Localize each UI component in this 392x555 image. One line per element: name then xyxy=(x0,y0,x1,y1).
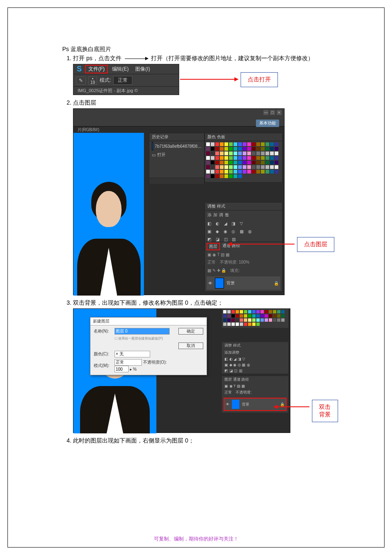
tab-layers[interactable]: 图层 xyxy=(207,243,220,250)
eye-icon[interactable]: 👁 xyxy=(208,281,212,286)
history-title: 历史记录 xyxy=(149,133,204,141)
photo-portrait xyxy=(73,182,144,296)
workspace-switch[interactable]: 基本功能 xyxy=(256,120,279,127)
mode-select[interactable] xyxy=(114,359,142,366)
opacity-label: 不透明度(O): xyxy=(143,360,167,364)
history-open: 打开 xyxy=(157,152,166,158)
arrow-icon xyxy=(125,59,148,59)
ps-logo-icon: S xyxy=(75,65,83,73)
step1-a: 打开 ps，点击文件 xyxy=(73,55,122,61)
step-3: 双击背景，出现如下画面，修改名称为图层 0，点击确定； 新建图层 名称(N): xyxy=(73,299,338,433)
brush-icon[interactable]: ✎ xyxy=(76,76,86,85)
callout-layers: 点击图层 xyxy=(297,237,334,252)
swatches-panel xyxy=(222,309,288,328)
fill-label: 填充: xyxy=(230,268,240,273)
swatches-panel[interactable]: 颜色 色板 xyxy=(205,133,282,183)
figure-2-workspace: —□× 基本功能 片(RGB/8#) 历史记录 7b71f63a8efb6487… xyxy=(73,108,285,295)
step-4: 此时的图层出现如下画面，右侧显示为图层 0； xyxy=(73,437,338,445)
arrow-icon xyxy=(180,79,238,80)
mode-label: 模式: xyxy=(100,77,111,84)
history-panel[interactable]: 历史记录 7b71f63a8efb64878f08… ▭打开 xyxy=(149,133,205,183)
new-layer-dialog[interactable]: 新建图层 名称(N): 确定 ☐ 使用前一图层创建剪贴蒙版(P) 取消 颜色(C… xyxy=(90,317,207,375)
adjust-tabs: 调整 样式 xyxy=(205,203,282,210)
opacity-label: 不透明度: xyxy=(220,260,238,264)
cancel-button[interactable]: 取消 xyxy=(178,342,203,349)
opacity-value[interactable]: 100% xyxy=(239,260,250,264)
arrow-icon xyxy=(274,406,309,407)
layer-background[interactable]: 👁 背景 🔒 xyxy=(224,398,287,411)
dialog-title: 新建图层 xyxy=(90,318,207,325)
step3-text: 双击背景，出现如下画面，修改名称为图层 0，点击确定； xyxy=(73,299,223,306)
ok-button[interactable]: 确定 xyxy=(178,328,203,335)
callout-open: 点击打开 xyxy=(241,72,278,87)
adjust-icons-row: ◧ ◐ ◢ ◨ ▽ xyxy=(205,220,282,227)
adjustments-panel: 调整 样式 添加调整 ◧ ◐ ◢ ◨ ▽ ▣ ◆ ◉ ◎ ▦ ◍ ◩ ◪ ◫ ▥ xyxy=(222,342,288,374)
figure-3-dialog: 新建图层 名称(N): 确定 ☐ 使用前一图层创建剪贴蒙版(P) 取消 颜色(C… xyxy=(73,308,290,433)
doc-title: Ps 蓝底换白底照片 xyxy=(62,46,338,53)
clip-checkbox-label: ☐ 使用前一图层创建剪贴蒙版(P) xyxy=(114,336,203,341)
name-input[interactable] xyxy=(114,328,170,335)
brush-size[interactable]: •19 xyxy=(88,76,97,85)
adjust-tabs: 调整 样式 xyxy=(222,342,288,349)
footer-note: 可复制、编制，期待你的好评与关注！ xyxy=(0,535,392,543)
eye-icon[interactable]: 👁 xyxy=(226,402,229,406)
color-select[interactable] xyxy=(114,351,150,357)
doc-tab[interactable]: IMG_0025证件照 - 副本.jpg © xyxy=(73,87,179,95)
step1-b: 打开（打开需要修改的图片地址，建议复制一个副本方便修改） xyxy=(151,55,314,61)
layer-name: 背景 xyxy=(226,280,235,286)
name-label: 名称(N): xyxy=(94,328,112,334)
layers-panel[interactable]: 图层 通道 路径 ▣ ◉ T ▧ ▦ 正常 不透明度: 100% ▦ ✎ ✚ 🔒… xyxy=(205,242,282,292)
blend-mode[interactable]: 正常 xyxy=(207,260,216,264)
arrow-icon xyxy=(228,244,295,244)
mode-value[interactable]: 正常 xyxy=(113,76,132,85)
adjust-sub: 添加调整 xyxy=(222,349,288,356)
callout-dblclick: 双击背景 xyxy=(312,400,338,422)
menu-file[interactable]: 文件(F) xyxy=(85,65,108,73)
swatches-tabs: 颜色 色板 xyxy=(205,133,282,141)
lock-icon: 🔒 xyxy=(274,281,279,286)
color-label: 颜色(C): xyxy=(94,351,112,357)
mode-label: 模式(M): xyxy=(94,363,112,369)
step-1: 打开 ps，点击文件 打开（打开需要修改的图片地址，建议复制一个副本方便修改） … xyxy=(73,55,338,95)
menu-edit[interactable]: 编辑(E) xyxy=(110,66,131,73)
adjust-icons-row: ▣ ◆ ◉ ◎ ▦ ◍ xyxy=(205,227,282,235)
layers-tabs: 图层 通道 路径 xyxy=(222,376,288,383)
menu-image[interactable]: 图像(I) xyxy=(133,66,152,73)
opacity-input[interactable] xyxy=(114,366,129,372)
adjust-sub: 添加调整 xyxy=(205,210,282,220)
history-file: 7b71f63a8efb64878f08… xyxy=(155,144,202,149)
figure-1-menubar: S 文件(F) 编辑(E) 图像(I) ✎ •19 模式: 正常 IMG_002… xyxy=(73,64,179,95)
step4-text: 此时的图层出现如下画面，右侧显示为图层 0； xyxy=(73,437,194,444)
step-2: 点击图层 —□× 基本功能 片(RGB/8#) 历史记录 xyxy=(73,99,338,295)
adjustments-panel[interactable]: 调整 样式 添加调整 ◧ ◐ ◢ ◨ ▽ ▣ ◆ ◉ ◎ ▦ ◍ ◩ ◪ ◫ ▥ xyxy=(205,202,282,244)
layer-background[interactable]: 👁 背景 🔒 xyxy=(207,276,280,290)
lock-icon: 🔒 xyxy=(280,402,285,406)
step2-text: 点击图层 xyxy=(73,99,96,106)
layer-name: 背景 xyxy=(242,402,249,407)
canvas[interactable] xyxy=(73,133,144,296)
window-controls[interactable]: —□× xyxy=(263,110,282,115)
